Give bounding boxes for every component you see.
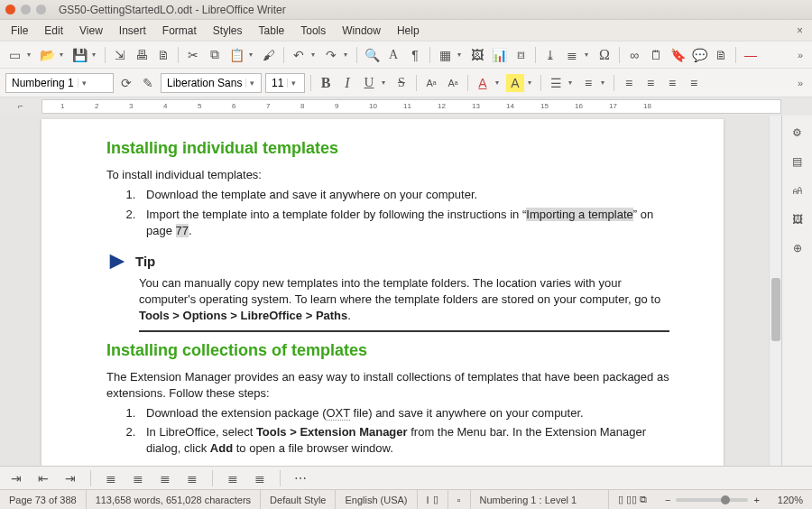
number-dropdown[interactable]: ▾	[601, 79, 608, 87]
page-break-icon[interactable]: ⤓	[541, 46, 559, 64]
list-icon[interactable]: ≣	[156, 469, 174, 487]
indent2-icon[interactable]: ⇥	[61, 469, 79, 487]
zoom-controls[interactable]: − +	[656, 490, 769, 509]
menu-window[interactable]: Window	[335, 22, 388, 40]
bullet-dropdown[interactable]: ▾	[568, 79, 576, 87]
columns-dropdown[interactable]: ▾	[585, 51, 592, 59]
status-style[interactable]: Default Style	[261, 490, 336, 509]
clone-format-icon[interactable]: 🖌	[260, 46, 278, 64]
highlight-dropdown[interactable]: ▾	[528, 79, 535, 87]
status-language[interactable]: English (USA)	[336, 490, 417, 509]
zoom-knob[interactable]	[721, 495, 730, 504]
underline-button[interactable]: U	[360, 74, 378, 92]
sidebar-settings-icon[interactable]: ⚙	[788, 123, 807, 143]
undo-icon[interactable]: ↶	[290, 46, 308, 64]
new-doc-icon[interactable]: ▭	[5, 46, 23, 64]
find-icon[interactable]: 🔍	[363, 46, 381, 64]
align-center-button[interactable]: ≡	[641, 74, 660, 92]
table-dropdown[interactable]: ▾	[457, 51, 465, 59]
align-right-button[interactable]: ≡	[663, 74, 681, 92]
page-scroll-area[interactable]: Installing individual templates To insta…	[0, 116, 769, 466]
align-left-button[interactable]: ≡	[620, 74, 638, 92]
maximize-window-button[interactable]	[36, 5, 46, 14]
superscript-button[interactable]: Aa	[422, 74, 440, 92]
new-style-icon[interactable]: ✎	[139, 74, 157, 92]
scroll-thumb[interactable]	[771, 278, 780, 341]
menu-table[interactable]: Table	[252, 22, 292, 40]
ruler[interactable]: ⌐ 123456789101112131415161718	[0, 97, 812, 116]
doc-close-button[interactable]: ×	[791, 24, 808, 37]
navigator-panel-icon[interactable]: ⊕	[788, 238, 807, 258]
align-justify-button[interactable]: ≡	[685, 74, 703, 92]
chevron-down-icon[interactable]: ▾	[245, 79, 258, 88]
status-page[interactable]: Page 73 of 388	[0, 490, 87, 509]
comment-icon[interactable]: 💬	[690, 46, 708, 64]
zoom-out-button[interactable]: −	[665, 495, 670, 505]
spellcheck-icon[interactable]: A	[384, 46, 402, 64]
new-dropdown[interactable]: ▾	[27, 51, 34, 59]
cut-icon[interactable]: ✂	[184, 46, 202, 64]
list-icon[interactable]: ≣	[224, 469, 242, 487]
table-icon[interactable]: ▦	[436, 46, 454, 64]
chart-icon[interactable]: 📊	[490, 46, 508, 64]
list-icon[interactable]: ≣	[251, 469, 269, 487]
copy-icon[interactable]: ⧉	[206, 46, 224, 64]
status-outline[interactable]: Numbering 1 : Level 1	[471, 490, 609, 509]
menu-tools[interactable]: Tools	[293, 22, 333, 40]
print-icon[interactable]: 🖶	[133, 46, 151, 64]
close-window-button[interactable]	[5, 5, 15, 14]
zoom-in-button[interactable]: +	[753, 495, 759, 505]
menu-help[interactable]: Help	[390, 22, 427, 40]
hyperlink-icon[interactable]: ∞	[625, 46, 643, 64]
bold-button[interactable]: B	[317, 74, 335, 92]
status-words[interactable]: 113,658 words, 651,028 characters	[87, 490, 261, 509]
chevron-down-icon[interactable]: ▾	[287, 79, 300, 88]
subscript-button[interactable]: Aa	[444, 74, 462, 92]
menu-edit[interactable]: Edit	[37, 22, 70, 40]
chevron-down-icon[interactable]: ▾	[78, 79, 90, 88]
menu-styles[interactable]: Styles	[206, 22, 250, 40]
strikethrough-button[interactable]: S	[392, 74, 411, 92]
formatting-marks-icon[interactable]: ¶	[406, 46, 424, 64]
save-icon[interactable]: 💾	[70, 46, 88, 64]
line-icon[interactable]: —	[742, 46, 760, 64]
number-list-button[interactable]: ≡	[579, 74, 597, 92]
menu-format[interactable]: Format	[155, 22, 204, 40]
print-preview-icon[interactable]: 🗎	[154, 46, 172, 64]
menu-insert[interactable]: Insert	[112, 22, 153, 40]
open-dropdown[interactable]: ▾	[60, 51, 67, 59]
status-selection-mode[interactable]: ▫	[448, 490, 471, 509]
track-changes-icon[interactable]: 🗎	[712, 46, 730, 64]
textbox-icon[interactable]: ⧈	[512, 46, 530, 64]
font-color-dropdown[interactable]: ▾	[495, 79, 503, 87]
image-icon[interactable]: 🖼	[468, 46, 486, 64]
paste-icon[interactable]: 📋	[227, 46, 245, 64]
list-icon[interactable]: ≣	[129, 469, 147, 487]
underline-dropdown[interactable]: ▾	[382, 79, 389, 87]
font-size-combo[interactable]: 11▾	[265, 73, 305, 93]
paste-dropdown[interactable]: ▾	[249, 51, 256, 59]
italic-button[interactable]: I	[338, 74, 356, 92]
status-view-icons[interactable]: ▯ ▯▯ ⧉	[609, 490, 656, 509]
bullet-list-button[interactable]: ☰	[547, 74, 565, 92]
zoom-slider[interactable]	[676, 498, 748, 502]
zoom-percent[interactable]: 120%	[769, 490, 812, 509]
highlight-button[interactable]: A	[506, 74, 524, 92]
styles-panel-icon[interactable]: 🗚	[788, 180, 807, 200]
save-dropdown[interactable]: ▾	[92, 51, 99, 59]
toolbar-overflow[interactable]: »	[794, 50, 807, 60]
redo-dropdown[interactable]: ▾	[344, 51, 351, 59]
menu-file[interactable]: File	[4, 22, 35, 40]
font-color-button[interactable]: A	[474, 74, 492, 92]
horizontal-ruler[interactable]: 123456789101112131415161718	[42, 99, 781, 114]
undo-dropdown[interactable]: ▾	[311, 51, 318, 59]
indent-icon[interactable]: ⇤	[34, 469, 52, 487]
footnote-icon[interactable]: 🗒	[647, 46, 665, 64]
properties-panel-icon[interactable]: ▤	[788, 152, 807, 171]
paragraph-style-combo[interactable]: Numbering 1▾	[5, 73, 114, 93]
gallery-panel-icon[interactable]: 🖼	[788, 209, 807, 229]
export-pdf-icon[interactable]: ⇲	[111, 46, 129, 64]
fmt-overflow[interactable]: »	[794, 78, 807, 88]
menu-view[interactable]: View	[72, 22, 110, 40]
font-name-combo[interactable]: Liberation Sans▾	[161, 73, 262, 93]
